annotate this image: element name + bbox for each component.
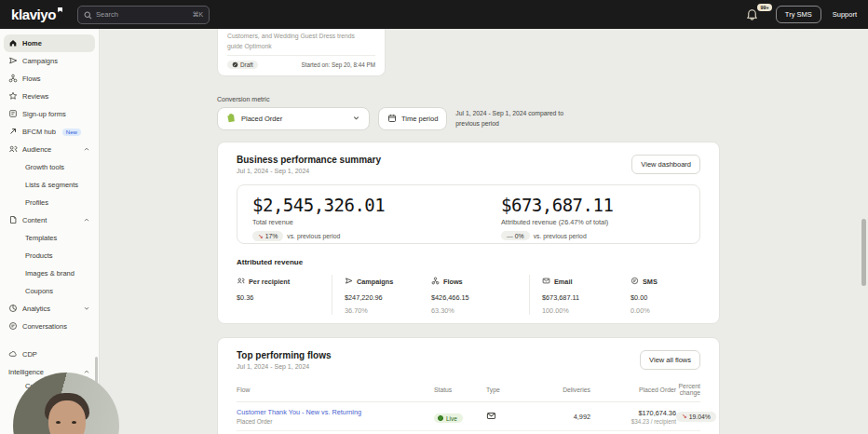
- main-area: Customers, and Wedding Guest Dress trend…: [100, 29, 868, 434]
- attr-col-sms: SMS $0.00 0.00%: [631, 275, 700, 315]
- conversion-metric-value: Placed Order: [241, 115, 282, 123]
- sidebar-item-templates[interactable]: Templates: [4, 229, 95, 247]
- performance-title: Business performance summary: [237, 155, 381, 165]
- trend-down-icon: ↘: [258, 233, 264, 240]
- form-icon: [8, 109, 18, 120]
- sidebar-item-analytics[interactable]: Analytics: [4, 300, 95, 318]
- support-link[interactable]: Support: [833, 10, 857, 19]
- sidebar-item-images-brand[interactable]: Images & brand: [4, 264, 95, 282]
- attributed-revenue-label: Attributed revenue (26.47% of total): [501, 218, 613, 226]
- analytics-icon: [8, 304, 18, 315]
- new-badge: New: [62, 129, 81, 136]
- per-recipient-icon: [237, 277, 245, 287]
- flows-title: Top performing flows: [237, 350, 331, 360]
- draft-status-badge: Draft: [227, 61, 258, 69]
- sidebar-item-lists-segments[interactable]: Lists & segments: [4, 176, 95, 194]
- search-shortcut: ⌘K: [192, 11, 203, 19]
- topbar-actions: 99+ Try SMS Support: [746, 6, 857, 23]
- pencil-icon: [232, 61, 238, 68]
- topbar: klaviyo ⌘K 99+ Try SMS Support: [0, 0, 868, 29]
- klaviyo-logo[interactable]: klaviyo: [11, 7, 62, 22]
- flows-icon: [8, 74, 18, 85]
- trend-down-icon: ↘: [682, 413, 687, 420]
- business-performance-card: Business performance summary Jul 1, 2024…: [217, 142, 720, 324]
- top-flows-card: Top performing flows Jul 1, 2024 - Sep 1…: [217, 337, 720, 434]
- sms-icon: [631, 277, 639, 287]
- sidebar-item-reviews[interactable]: Reviews: [4, 88, 95, 105]
- revenue-metrics-box: $2,545,326.01 Total revenue ↘ 17% vs. pr…: [237, 184, 700, 244]
- flows-icon: [431, 277, 440, 287]
- date-range-note: Jul 1, 2024 - Sep 1, 2024 compared to pr…: [455, 109, 581, 128]
- trend-flat-icon: —: [507, 233, 513, 239]
- attr-col-campaigns: Campaigns $247,220.96 36.70%: [332, 275, 431, 315]
- arrow-up-right-icon: [8, 127, 18, 138]
- attributed-revenue-breakdown: Per recipient $0.36 Campaigns $247,220.9…: [237, 275, 700, 315]
- chat-icon: [8, 321, 18, 332]
- logo-flag-icon: [58, 7, 62, 12]
- campaigns-icon: [345, 277, 353, 287]
- percent-change-badge: ↘19.04%: [676, 412, 716, 422]
- sidebar-item-audience[interactable]: Audience: [4, 141, 95, 158]
- live-dot-icon: [438, 415, 443, 421]
- page-scrollbar[interactable]: [861, 219, 866, 286]
- attr-col-email: Email $673,687.11 100.00%: [529, 275, 631, 315]
- conversion-metric-select[interactable]: Placed Order: [217, 107, 370, 130]
- sidebar-item-flows[interactable]: Flows: [4, 70, 95, 88]
- sidebar: Home Campaigns Flows Reviews Sign-up for…: [0, 29, 100, 434]
- table-row[interactable]: Customer Thank You - New vs. Returning P…: [237, 402, 700, 431]
- sidebar-item-bfcm-hub[interactable]: BFCM hub New: [4, 123, 95, 141]
- campaigns-icon: [8, 56, 18, 67]
- total-revenue-value: $2,545,326.01: [252, 195, 501, 215]
- sidebar-item-coupons[interactable]: Coupons: [4, 282, 95, 300]
- sidebar-item-products[interactable]: Products: [4, 247, 95, 264]
- notifications-icon[interactable]: 99+: [746, 7, 765, 22]
- try-sms-button[interactable]: Try SMS: [776, 6, 821, 23]
- attributed-revenue-value: $673,687.11: [501, 195, 613, 215]
- attr-col-flows: Flows $426,466.15 63.30%: [431, 275, 541, 315]
- star-icon: [8, 91, 18, 102]
- chevron-down-icon: [83, 305, 90, 314]
- calendar-icon: [387, 114, 397, 125]
- live-status-badge: Live: [434, 414, 463, 423]
- flow-link[interactable]: Customer Thank You - New vs. Returning: [237, 408, 434, 416]
- sidebar-item-campaigns[interactable]: Campaigns: [4, 52, 95, 70]
- attr-col-per-recipient: Per recipient $0.36: [237, 275, 344, 315]
- sidebar-item-home[interactable]: Home: [4, 34, 95, 52]
- home-icon: [8, 38, 18, 49]
- sidebar-item-content[interactable]: Content: [4, 211, 95, 229]
- chevron-down-icon: [352, 114, 360, 124]
- draft-started-date: Started on: Sep 20, 8:44 PM: [302, 61, 375, 68]
- content-icon: [8, 215, 18, 226]
- flows-date-range: Jul 1, 2024 - Sep 1, 2024: [237, 363, 331, 370]
- sidebar-item-signup-forms[interactable]: Sign-up forms: [4, 105, 95, 123]
- avatar-eye: [72, 421, 76, 424]
- view-dashboard-button[interactable]: View dashboard: [631, 155, 700, 174]
- performance-date-range: Jul 1, 2024 - Sep 1, 2024: [237, 168, 381, 174]
- avatar-eye: [56, 421, 61, 424]
- sidebar-item-conversations[interactable]: Conversations: [4, 318, 95, 335]
- total-revenue-trend-badge: ↘ 17%: [252, 231, 283, 241]
- chevron-up-icon: [83, 145, 90, 155]
- time-period-button[interactable]: Time period: [378, 107, 447, 130]
- sidebar-item-growth-tools[interactable]: Growth tools: [4, 158, 95, 176]
- sidebar-item-cdp[interactable]: CDP: [4, 346, 95, 363]
- email-type-icon: [486, 408, 496, 424]
- search-input[interactable]: [96, 10, 188, 19]
- chevron-up-icon: [83, 216, 90, 225]
- search-icon: [84, 7, 92, 23]
- shopify-bag-icon: [226, 113, 236, 125]
- notifications-badge: 99+: [757, 4, 771, 11]
- audience-icon: [8, 144, 18, 156]
- cloud-icon: [8, 349, 18, 360]
- conversion-metric-label: Conversion metric: [217, 96, 269, 102]
- total-revenue-label: Total revenue: [252, 218, 501, 226]
- search-box[interactable]: ⌘K: [77, 6, 210, 24]
- draft-message: Customers, and Wedding Guest Dress trend…: [227, 32, 375, 51]
- logo-text: klaviyo: [11, 7, 56, 22]
- attributed-revenue-trend-badge: — 0%: [501, 231, 530, 240]
- flows-table-header: Flow Status Type Deliveries Placed Order…: [237, 378, 700, 402]
- view-all-flows-button[interactable]: View all flows: [640, 350, 700, 370]
- attributed-revenue-title: Attributed revenue: [237, 258, 700, 266]
- sidebar-item-profiles[interactable]: Profiles: [4, 194, 95, 211]
- draft-campaign-card[interactable]: Customers, and Wedding Guest Dress trend…: [217, 29, 386, 76]
